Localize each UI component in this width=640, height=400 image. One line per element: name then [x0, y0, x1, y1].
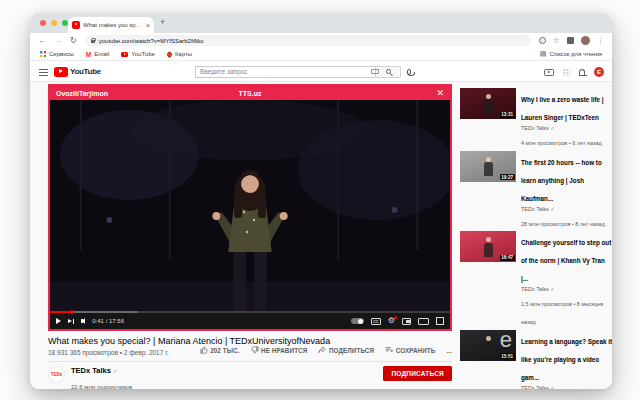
verified-badge-icon: ✓	[550, 206, 555, 212]
recommended-channel: TEDx Talks ✓	[521, 206, 612, 212]
apps-grid-icon	[40, 51, 46, 57]
next-video-button[interactable]	[68, 319, 74, 324]
browser-tab[interactable]: What makes you special? | Ма... ×	[68, 17, 154, 33]
search-icon	[386, 69, 391, 74]
verified-badge-icon: ✓	[550, 286, 555, 292]
bookmark-email[interactable]: M Email	[86, 51, 109, 58]
like-button[interactable]: 202 ТЫС.	[200, 346, 240, 354]
video-player[interactable]: OvoziliTarjimon TTS.uz ✕	[48, 84, 452, 331]
download-icon[interactable]	[539, 37, 546, 44]
bookmark-star-icon[interactable]: ☆	[553, 37, 560, 45]
video-frame[interactable]	[50, 100, 450, 311]
browser-menu-icon[interactable]: ⋮	[597, 37, 604, 44]
account-avatar[interactable]: E	[594, 67, 604, 77]
recommended-video-item[interactable]: 16:47 Challenge yourself to step out of …	[460, 231, 612, 328]
minimize-window-button[interactable]	[51, 20, 57, 26]
dislike-label: НЕ НРАВИТСЯ	[261, 347, 307, 354]
tab-close-icon[interactable]: ×	[146, 22, 150, 29]
youtube-apps-icon[interactable]	[563, 69, 570, 76]
browser-toolbar: ← → ↻ youtube.com/watch?v=MYfSSarb2Miko …	[30, 33, 612, 48]
reading-list-button[interactable]: ▤ Список для чтения	[540, 50, 602, 58]
duration-badge: 15:51	[500, 353, 515, 359]
settings-gear-icon[interactable]: ⚙	[388, 317, 395, 325]
miniplayer-icon[interactable]	[402, 318, 411, 325]
volume-icon[interactable]	[81, 318, 86, 324]
progress-bar[interactable]	[50, 311, 450, 313]
duration-badge: 16:47	[500, 255, 515, 261]
recommended-video-title: Why I live a zero waste life | Lauren Si…	[521, 96, 604, 121]
new-tab-button[interactable]: +	[160, 18, 165, 27]
more-actions-button[interactable]: ...	[446, 347, 452, 354]
bookmark-label: Карты	[175, 51, 192, 57]
captions-icon[interactable]: CC	[371, 318, 381, 325]
time-display: 0:41 / 17:56	[92, 318, 124, 324]
bookmark-label: YouTube	[131, 51, 155, 57]
browser-profile-avatar[interactable]	[581, 36, 590, 45]
youtube-icon	[121, 52, 128, 57]
hamburger-menu-icon[interactable]	[39, 69, 48, 76]
search-area	[195, 66, 411, 78]
keyboard-icon[interactable]	[371, 69, 379, 74]
dislike-button[interactable]: НЕ НРАВИТСЯ	[251, 346, 308, 354]
reading-list-icon: ▤	[540, 50, 547, 58]
video-views-date: 18 931 365 просмотров • 2 февр. 2017 г.	[48, 349, 169, 356]
forward-button[interactable]: →	[54, 37, 62, 45]
theater-mode-icon[interactable]	[418, 318, 429, 325]
tts-left-label[interactable]: OvoziliTarjimon	[56, 90, 176, 97]
mic-icon[interactable]	[407, 69, 411, 75]
channel-row: TEDx TEDx Talks ✓ 22,6 млн подписчиков П…	[48, 366, 452, 389]
gmail-icon: M	[86, 51, 91, 58]
back-button[interactable]: ←	[38, 37, 46, 45]
bookmark-youtube[interactable]: YouTube	[121, 51, 155, 57]
recommended-video-title: The first 20 hours -- how to learn anyth…	[521, 159, 602, 202]
bookmark-label: Сервисы	[49, 51, 74, 57]
fullscreen-icon[interactable]	[436, 317, 444, 325]
create-video-icon[interactable]	[544, 69, 554, 76]
subscriber-count: 22,6 млн подписчиков	[71, 384, 132, 389]
tts-overlay-bar: OvoziliTarjimon TTS.uz ✕	[50, 86, 450, 100]
recommended-video-title: Challenge yourself to step out of the no…	[521, 239, 611, 282]
video-thumbnail[interactable]: 16:47	[460, 231, 516, 262]
progress-knob[interactable]	[70, 310, 74, 314]
toolbar-right: ☆ ⋮	[539, 36, 604, 45]
channel-avatar[interactable]: TEDx	[48, 366, 65, 383]
recommended-video-item[interactable]: 19:27 The first 20 hours -- how to learn…	[460, 151, 612, 230]
maps-pin-icon	[166, 50, 173, 57]
window-controls[interactable]	[40, 20, 68, 26]
duration-badge: 19:27	[500, 174, 515, 180]
share-button[interactable]: ПОДЕЛИТЬСЯ	[318, 346, 374, 354]
verified-badge-icon: ✓	[550, 385, 555, 390]
player-controls: 0:41 / 17:56 CC ⚙	[50, 311, 450, 329]
play-button[interactable]	[56, 318, 61, 324]
bookmark-maps[interactable]: Карты	[167, 51, 192, 57]
recommended-meta: 28 млн просмотров • 8 лет назад	[521, 221, 605, 227]
tts-center-label: TTS.uz	[176, 90, 324, 97]
close-window-button[interactable]	[40, 20, 46, 26]
channel-name[interactable]: TEDx Talks ✓	[71, 366, 132, 375]
address-bar[interactable]: youtube.com/watch?v=MYfSSarb2Miko	[85, 35, 531, 46]
recommended-meta: 4 млн просмотров • 6 лет назад	[521, 140, 602, 146]
subscribe-button[interactable]: ПОДПИСАТЬСЯ	[383, 366, 452, 381]
share-arrow-icon	[318, 346, 326, 354]
recommended-video-item[interactable]: 15:51 Learning a language? Speak it like…	[460, 330, 612, 390]
recommended-video-item[interactable]: 13:31 Why I live a zero waste life | Lau…	[460, 88, 612, 149]
video-thumbnail[interactable]: 15:51	[460, 330, 516, 361]
search-input[interactable]	[195, 66, 375, 78]
youtube-logo[interactable]: YouTube	[54, 67, 101, 77]
save-button[interactable]: СОХРАНИТЬ	[385, 346, 435, 354]
reload-button[interactable]: ↻	[70, 37, 77, 45]
extensions-icon[interactable]	[567, 37, 574, 44]
video-thumbnail[interactable]: 13:31	[460, 88, 516, 119]
speaker-figure	[484, 336, 493, 358]
autoplay-toggle[interactable]	[351, 318, 364, 324]
thumbs-down-icon	[251, 346, 259, 354]
notifications-bell-icon[interactable]	[579, 69, 585, 75]
recommended-list: 13:31 Why I live a zero waste life | Lau…	[460, 88, 612, 389]
header-right-icons: E	[544, 67, 604, 77]
tab-bar: What makes you special? | Ма... × +	[30, 13, 612, 33]
video-thumbnail[interactable]: 19:27	[460, 151, 516, 182]
recommended-channel: TEDx Talks ✓	[521, 286, 612, 292]
tts-close-icon[interactable]: ✕	[324, 88, 444, 98]
bookmark-services[interactable]: Сервисы	[40, 51, 74, 57]
recommended-video-title: Learning a language? Speak it like you'r…	[521, 338, 612, 381]
